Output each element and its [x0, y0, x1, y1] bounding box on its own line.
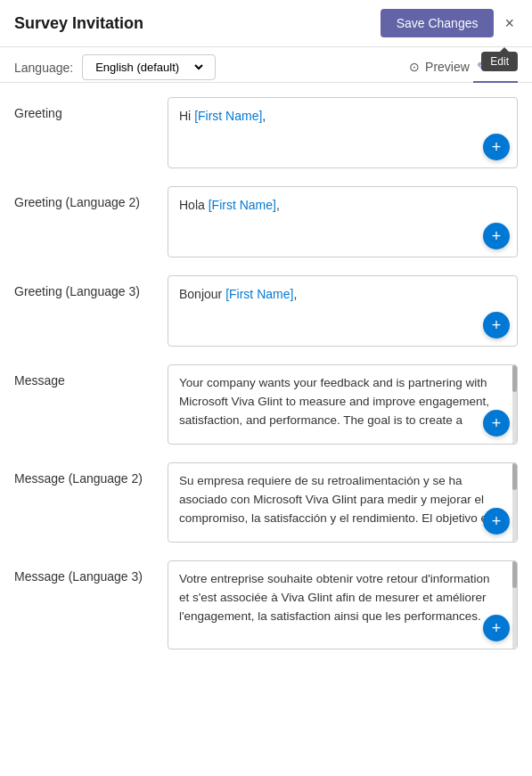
message-lang2-content: Su empresa requiere de su retroalimentac… [168, 463, 517, 530]
greeting-add-button[interactable]: + [483, 134, 510, 160]
greeting-prefix: Hi [179, 109, 194, 123]
greeting-suffix: , [262, 109, 266, 123]
message-lang3-scrollbar[interactable] [512, 561, 517, 649]
message-scrollbar-thumb [512, 365, 517, 392]
greeting-lang2-firstname: [First Name] [209, 198, 276, 212]
dialog-title: Survey Invitation [14, 14, 143, 33]
greeting-lang2-add-button[interactable]: + [483, 223, 510, 249]
greeting-lang3-firstname: [First Name] [225, 287, 293, 301]
content-area: Greeting Hi [First Name], + Greeting (La… [0, 83, 532, 682]
field-row-greeting: Greeting Hi [First Name], + [14, 97, 518, 168]
field-row-greeting-lang2: Greeting (Language 2) Hola [First Name],… [14, 186, 518, 257]
preview-icon: ⊙ [409, 60, 420, 74]
dialog-header: Survey Invitation Save Changes × Edit [0, 0, 532, 47]
greeting-editor: Hi [First Name], + [168, 97, 518, 168]
message-editor: Your company wants your feedback and is … [168, 364, 518, 445]
greeting-lang3-prefix: Bonjour [179, 287, 225, 301]
language-label: Language: [14, 61, 73, 75]
greeting-lang3-add-button[interactable]: + [483, 312, 510, 339]
greeting-lang3-content: Bonjour [First Name], [168, 276, 517, 313]
greeting-lang2-label: Greeting (Language 2) [14, 186, 157, 209]
message-lang3-editor: Votre entreprise souhaite obtenir votre … [168, 560, 518, 649]
message-scrollbar[interactable] [512, 365, 517, 444]
tab-preview[interactable]: ⊙ Preview [405, 53, 473, 83]
message-lang2-add-button[interactable]: + [483, 508, 510, 535]
greeting-label: Greeting [14, 97, 157, 120]
field-row-message: Message Your company wants your feedback… [14, 364, 518, 445]
greeting-firstname: [First Name] [194, 109, 262, 123]
greeting-lang3-editor: Bonjour [First Name], + [168, 275, 518, 347]
edit-tooltip: Edit [481, 52, 518, 71]
message-lang2-editor: Su empresa requiere de su retroalimentac… [168, 462, 518, 543]
close-button[interactable]: × [501, 12, 518, 35]
language-dropdown[interactable]: English (default) Spanish French [82, 54, 216, 80]
lang-tab-row: Language: English (default) Spanish Fren… [0, 47, 532, 83]
field-row-message-lang2: Message (Language 2) Su empresa requiere… [14, 462, 518, 543]
message-lang2-scrollbar-thumb [512, 463, 517, 490]
message-add-button[interactable]: + [483, 410, 510, 437]
message-lang3-content: Votre entreprise souhaite obtenir votre … [168, 561, 517, 628]
message-label: Message [14, 364, 157, 388]
header-actions: Save Changes × [381, 9, 518, 37]
save-button[interactable]: Save Changes [381, 9, 495, 37]
greeting-lang2-suffix: , [276, 198, 280, 212]
field-row-message-lang3: Message (Language 3) Votre entreprise so… [14, 560, 518, 649]
field-row-greeting-lang3: Greeting (Language 3) Bonjour [First Nam… [14, 275, 518, 347]
greeting-lang3-suffix: , [293, 287, 297, 301]
message-lang2-label: Message (Language 2) [14, 462, 157, 486]
greeting-lang2-editor: Hola [First Name], + [168, 186, 518, 257]
message-lang2-scrollbar[interactable] [512, 463, 517, 542]
greeting-lang2-prefix: Hola [179, 198, 209, 212]
language-selector-group: Language: English (default) Spanish Fren… [14, 54, 216, 80]
greeting-lang2-content: Hola [First Name], [168, 187, 517, 224]
message-lang3-add-button[interactable]: + [483, 615, 510, 641]
language-select-input[interactable]: English (default) Spanish French [92, 60, 206, 75]
message-lang3-label: Message (Language 3) [14, 560, 157, 584]
greeting-content: Hi [First Name], [168, 98, 517, 135]
tab-preview-label: Preview [425, 60, 470, 74]
greeting-lang3-label: Greeting (Language 3) [14, 275, 157, 298]
message-lang3-scrollbar-thumb [512, 561, 517, 588]
message-content: Your company wants your feedback and is … [168, 365, 517, 432]
